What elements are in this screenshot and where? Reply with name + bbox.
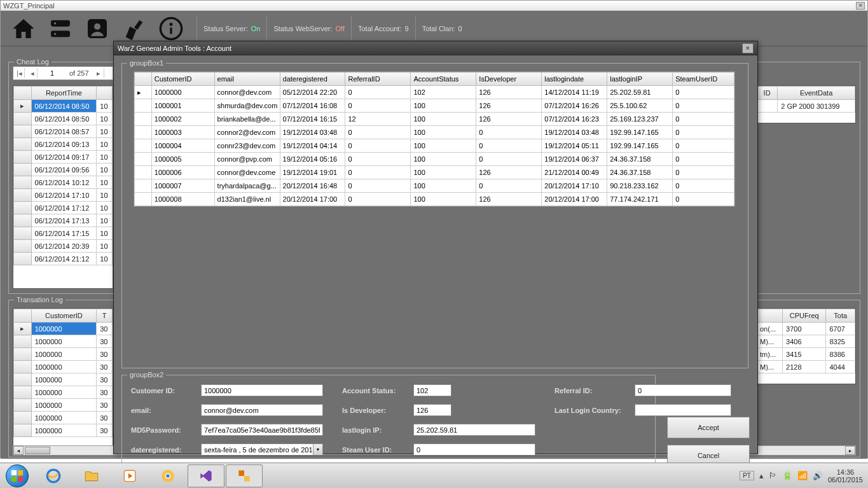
table-row[interactable]: ▸1000000connor@dev.com05/12/2014 22:2001… — [135, 86, 734, 99]
email-field[interactable] — [201, 404, 323, 416]
explorer-app-icon[interactable] — [73, 464, 110, 487]
total-account: Total Account:9 — [351, 16, 415, 41]
table-row[interactable]: 1000008d132ian1@live.nl20/12/2014 17:000… — [135, 193, 734, 206]
table-row[interactable]: 06/12/2014 17:1010 — [14, 189, 113, 202]
md5-field[interactable] — [201, 424, 323, 436]
main-close-button[interactable]: ✕ — [856, 2, 865, 10]
referral-field[interactable] — [635, 384, 731, 396]
account-modal: WarZ General Admin Tools : Account ✕ gro… — [113, 41, 758, 454]
table-row[interactable]: M)...34068325 — [757, 335, 855, 348]
table-row[interactable]: 100000030 — [14, 335, 113, 348]
table-row[interactable]: 06/12/2014 09:1310 — [14, 138, 113, 151]
lastip-field[interactable] — [413, 424, 535, 436]
table-row[interactable]: 100000030 — [14, 412, 113, 424]
table-row[interactable]: 1000007tryhardalpaca@g...20/12/2014 16:4… — [135, 179, 734, 193]
home-icon[interactable] — [6, 13, 41, 44]
table-row[interactable]: 06/12/2014 09:5610 — [14, 164, 113, 176]
acctstatus-field[interactable] — [413, 384, 451, 396]
servers-icon[interactable] — [43, 13, 78, 44]
table-row[interactable]: 100000030 — [14, 386, 113, 399]
customer-id-field[interactable] — [201, 384, 323, 396]
info-icon[interactable] — [153, 13, 189, 44]
table-row[interactable]: on(...37006707 — [757, 323, 855, 335]
modal-close-button[interactable]: ✕ — [742, 43, 754, 53]
status-server: Status Server:On — [196, 16, 266, 41]
event-grid[interactable]: IDEventData2 GP 2000 301399 — [755, 85, 856, 123]
accept-button[interactable]: Accept — [667, 417, 750, 438]
pager-first-icon[interactable]: |◂ — [15, 68, 25, 78]
table-row[interactable]: 1000004connr23@dev.com19/12/2014 04:1401… — [135, 139, 734, 153]
svg-point-7 — [170, 22, 173, 25]
table-row[interactable]: ▸100000030 — [14, 323, 113, 335]
table-row[interactable]: 100000030 — [14, 424, 113, 437]
table-row[interactable]: 06/12/2014 08:5710 — [14, 125, 113, 138]
country-field[interactable] — [635, 404, 731, 416]
datereg-label: dateregistered: — [131, 446, 201, 454]
table-row[interactable]: 1000003connor2@dev.com19/12/2014 03:4801… — [135, 126, 734, 139]
svg-rect-14 — [238, 470, 244, 476]
table-row[interactable]: 06/12/2014 21:1210 — [14, 253, 113, 265]
system-tray: PT ▴ 🏳 🔋 📶 🔊 14:3606/01/2015 — [740, 468, 868, 484]
modal-title-text: WarZ General Admin Tools : Account — [118, 45, 231, 52]
table-row[interactable]: 1000005connor@pvp.com19/12/2014 05:16010… — [135, 153, 734, 166]
volume-icon[interactable]: 🔊 — [813, 471, 823, 480]
svg-rect-8 — [170, 27, 172, 34]
svg-rect-15 — [244, 476, 250, 482]
wzgt-app-icon[interactable] — [226, 464, 263, 487]
battery-icon[interactable]: 🔋 — [782, 471, 792, 480]
ban-icon[interactable] — [116, 13, 152, 44]
scroll-left-icon[interactable]: ◂ — [13, 446, 24, 455]
scroll-right-icon[interactable]: ▸ — [845, 446, 855, 455]
pager-of-label: of 257 — [67, 69, 92, 77]
svg-point-13 — [166, 474, 169, 477]
lang-indicator[interactable]: PT — [740, 471, 754, 480]
modal-titlebar[interactable]: WarZ General Admin Tools : Account ✕ — [114, 41, 757, 55]
pager-prev-icon[interactable]: ◂ — [27, 68, 38, 78]
table-row[interactable]: 1000002briankabella@de...07/12/2014 16:1… — [135, 113, 734, 126]
table-row[interactable]: 06/12/2014 08:5010 — [14, 113, 113, 125]
table-row[interactable]: 100000030 — [14, 348, 113, 361]
country-label: Last Login Country: — [555, 407, 635, 414]
chrome-app-icon[interactable] — [149, 464, 186, 487]
steam-field[interactable] — [413, 443, 535, 456]
groupbox1: groupBox1 CustomerIDemaildateregisteredR… — [121, 63, 748, 368]
table-row[interactable]: 100000030 — [14, 399, 113, 412]
cheatlog-grid[interactable]: ReportTime▸06/12/2014 08:501006/12/2014 … — [13, 85, 113, 289]
table-row[interactable]: 100000030 — [14, 361, 113, 373]
table-row[interactable]: 06/12/2014 17:1310 — [14, 214, 113, 227]
cpu-grid[interactable]: CPUFreqTotaon(...37006707M)...34068325tm… — [755, 308, 856, 384]
svg-point-5 — [94, 23, 100, 29]
translog-label: Transation Log — [14, 296, 65, 303]
visualstudio-app-icon[interactable] — [188, 464, 224, 487]
table-row[interactable]: 06/12/2014 10:1210 — [14, 176, 113, 189]
datereg-dropdown[interactable]: sexta-feira , 5 de dezembro de 201▼ — [201, 443, 323, 456]
account-grid[interactable]: CustomerIDemaildateregisteredReferralIDA… — [134, 71, 735, 207]
md5-label: MD5Password: — [131, 426, 201, 434]
table-row[interactable]: 100000030 — [14, 373, 113, 386]
translog-grid[interactable]: CustomerIDT▸1000000301000000301000000301… — [13, 308, 113, 454]
groupbox2-label: groupBox2 — [127, 371, 166, 379]
ie-app-icon[interactable] — [35, 464, 72, 487]
start-button[interactable] — [0, 463, 34, 489]
flag-icon[interactable]: 🏳 — [769, 471, 777, 480]
pager-next-icon[interactable]: ▸ — [94, 68, 104, 78]
chevron-down-icon[interactable]: ▼ — [313, 444, 322, 455]
table-row[interactable]: 06/12/2014 17:1210 — [14, 202, 113, 214]
account-icon[interactable] — [79, 13, 115, 44]
table-row[interactable]: ▸06/12/2014 08:5010 — [14, 100, 113, 113]
table-row[interactable]: 1000001shmurda@dev.com07/12/2014 16:0801… — [135, 99, 734, 113]
table-row[interactable]: 06/12/2014 09:1710 — [14, 151, 113, 164]
scroll-thumb[interactable] — [25, 447, 50, 454]
network-icon[interactable]: 📶 — [797, 471, 808, 480]
table-row[interactable]: 06/12/2014 17:1510 — [14, 227, 113, 240]
media-app-icon[interactable] — [111, 464, 148, 487]
clock[interactable]: 14:3606/01/2015 — [828, 468, 863, 484]
table-row[interactable]: 2 GP 2000 301399 — [757, 100, 855, 113]
isdev-field[interactable] — [413, 404, 451, 416]
table-row[interactable]: 1000006connor@dev.come19/12/2014 19:0101… — [135, 166, 734, 179]
pager-current-input[interactable] — [40, 69, 64, 77]
table-row[interactable]: tm)...34158386 — [757, 348, 855, 361]
table-row[interactable]: 06/12/2014 20:3910 — [14, 240, 113, 253]
table-row[interactable]: M)...21284044 — [757, 361, 855, 373]
tray-up-icon[interactable]: ▴ — [759, 471, 764, 480]
